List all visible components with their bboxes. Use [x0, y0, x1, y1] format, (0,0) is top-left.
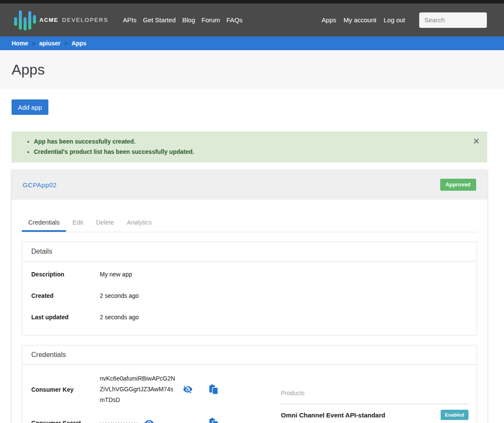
- tab-delete[interactable]: Delete: [89, 219, 120, 232]
- detail-label: Description: [31, 271, 100, 278]
- page-title-section: Apps: [0, 50, 504, 89]
- copy-icon[interactable]: [209, 384, 218, 395]
- nav-item-get-started[interactable]: Get Started: [143, 16, 176, 24]
- consumer-secret-row: Consumer Secret •••••••••••••••: [31, 418, 281, 423]
- app-card-body: Credentials Edit Delete Analytics Detail…: [12, 200, 487, 423]
- brand-name: ACME: [39, 17, 58, 23]
- detail-row-description: Description My new app: [31, 271, 468, 278]
- consumer-secret-masked-value: •••••••••••••••: [100, 420, 139, 423]
- page-title: Apps: [12, 61, 45, 78]
- app-name-link[interactable]: GCPApp02: [23, 181, 57, 189]
- main-content: Add app App has been successfully create…: [12, 89, 487, 423]
- status-badge-approved: Approved: [440, 179, 476, 191]
- details-panel: Details Description My new app Created 2…: [22, 242, 477, 336]
- tab-analytics[interactable]: Analytics: [120, 219, 158, 232]
- products-divider: [281, 404, 468, 404]
- detail-value: 2 seconds ago: [100, 292, 139, 299]
- breadcrumb-apiuser[interactable]: apiuser: [39, 40, 61, 47]
- success-alert: App has been successfully created. Crede…: [12, 132, 487, 162]
- breadcrumb-home[interactable]: Home: [12, 40, 28, 47]
- product-name: Omni Channel Event API-standard: [281, 411, 385, 419]
- consumer-secret-label: Consumer Secret: [31, 420, 100, 423]
- alert-message-list: App has been successfully created. Crede…: [24, 136, 467, 157]
- brand-logo[interactable]: ACME DEVELOPERS: [14, 9, 108, 31]
- nav-item-blog[interactable]: Blog: [182, 16, 195, 24]
- consumer-key-label: Consumer Key: [31, 386, 100, 393]
- products-column: Products Omni Channel Event API-standard…: [281, 373, 477, 423]
- top-navigation-bar: ACME DEVELOPERS APIs Get Started Blog Fo…: [0, 3, 504, 36]
- nav-item-log-out[interactable]: Log out: [384, 16, 405, 24]
- nav-item-faqs[interactable]: FAQs: [227, 16, 243, 24]
- app-card: GCPApp02 Approved Credentials Edit Delet…: [12, 170, 487, 423]
- alert-message: Credential's product list has been succe…: [34, 147, 467, 157]
- app-card-header: GCPApp02 Approved: [12, 170, 487, 200]
- nav-item-apis[interactable]: APIs: [123, 16, 137, 24]
- copy-icon[interactable]: [209, 418, 218, 423]
- primary-nav: APIs Get Started Blog Forum FAQs: [123, 16, 242, 24]
- credentials-panel: Credentials Consumer Key nvKc6e0afumiRBi…: [22, 345, 477, 423]
- visibility-off-icon[interactable]: [183, 384, 193, 394]
- tab-edit[interactable]: Edit: [66, 219, 89, 232]
- credentials-left-column: Consumer Key nvKc6e0afumiRBiwAPcG2N ZiVL…: [31, 373, 281, 423]
- equalizer-logo-icon: [14, 9, 36, 31]
- consumer-key-line: ZiVLhVGGGgrtJZ3AwM74s: [100, 386, 173, 393]
- alert-message: App has been successfully created.: [34, 136, 467, 147]
- detail-label: Last updated: [31, 314, 100, 321]
- details-panel-heading: Details: [22, 242, 477, 261]
- breadcrumb-apps-current: Apps: [72, 40, 86, 47]
- breadcrumb-separator: >: [32, 40, 36, 47]
- nav-item-my-account[interactable]: My account: [343, 16, 376, 24]
- close-icon[interactable]: ×: [473, 137, 480, 145]
- consumer-key-value: nvKc6e0afumiRBiwAPcG2N ZiVLhVGGGgrtJZ3Aw…: [100, 373, 176, 405]
- consumer-key-row: Consumer Key nvKc6e0afumiRBiwAPcG2N ZiVL…: [31, 373, 281, 405]
- detail-value: My new app: [100, 271, 132, 278]
- detail-label: Created: [31, 292, 100, 299]
- products-heading: Products: [281, 390, 468, 396]
- detail-row-created: Created 2 seconds ago: [31, 292, 468, 299]
- breadcrumb-separator: >: [64, 40, 68, 47]
- consumer-key-line: mTDsD: [100, 396, 120, 403]
- brand-text: ACME DEVELOPERS: [39, 17, 108, 23]
- credentials-panel-heading: Credentials: [22, 345, 477, 365]
- detail-value: 2 seconds ago: [100, 314, 139, 321]
- add-app-button[interactable]: Add app: [12, 99, 48, 115]
- consumer-secret-value-cell: •••••••••••••••: [100, 418, 209, 423]
- breadcrumb: Home > apiuser > Apps: [0, 36, 504, 50]
- details-rows: Description My new app Created 2 seconds…: [22, 261, 477, 335]
- nav-item-apps[interactable]: Apps: [322, 16, 336, 24]
- brand-suffix: DEVELOPERS: [62, 17, 108, 23]
- visibility-icon[interactable]: [144, 418, 154, 423]
- consumer-key-line: nvKc6e0afumiRBiwAPcG2N: [100, 375, 175, 382]
- consumer-key-value-cell: nvKc6e0afumiRBiwAPcG2N ZiVLhVGGGgrtJZ3Aw…: [100, 373, 209, 405]
- tab-credentials[interactable]: Credentials: [22, 219, 66, 232]
- credentials-content: Consumer Key nvKc6e0afumiRBiwAPcG2N ZiVL…: [22, 365, 477, 423]
- window-top-strip: [0, 0, 504, 3]
- product-row: Omni Channel Event API-standard Enabled: [281, 410, 468, 420]
- nav-item-forum[interactable]: Forum: [202, 16, 220, 24]
- status-badge-enabled: Enabled: [441, 410, 468, 420]
- app-tabs: Credentials Edit Delete Analytics: [22, 219, 477, 232]
- user-nav: Apps My account Log out: [322, 16, 405, 24]
- detail-row-last-updated: Last updated 2 seconds ago: [31, 314, 468, 321]
- search-input[interactable]: [419, 12, 487, 28]
